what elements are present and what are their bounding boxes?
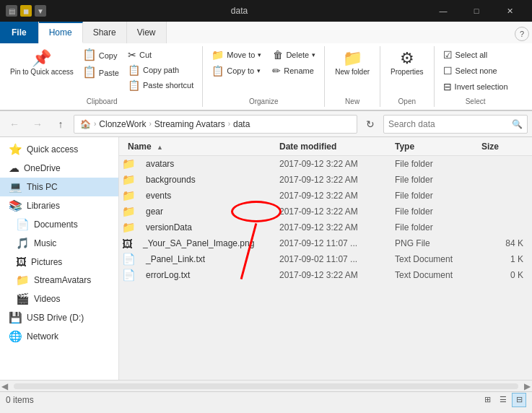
file-row[interactable]: 📄 _Panel_Link.txt 2017-09-02 11:07 ... T… xyxy=(119,251,532,267)
copy-to-icon: 📋 xyxy=(212,65,224,77)
file-type: File folder xyxy=(392,159,479,169)
paste-button[interactable]: 📋 Paste xyxy=(79,65,122,81)
breadcrumb-clonzework[interactable]: ClonzeWork xyxy=(99,119,146,129)
file-row[interactable]: 🖼 _Your_SA_Panel_Image.png 2017-09-12 11… xyxy=(119,235,532,251)
sidebar-item-pictures[interactable]: 🖼 Pictures xyxy=(0,253,118,271)
col-header-name[interactable]: Name ▲ xyxy=(122,142,276,152)
move-to-label: Move to xyxy=(227,51,255,59)
up-button[interactable]: ↑ xyxy=(51,114,71,134)
file-row[interactable]: 📁 gear 2017-09-12 3:22 AM File folder xyxy=(119,204,532,219)
maximize-button[interactable]: □ xyxy=(460,0,493,22)
sidebar-item-documents[interactable]: 📄 Documents xyxy=(0,215,118,234)
file-name: errorLog.txt xyxy=(140,270,276,280)
sidebar-item-libraries[interactable]: 📚 Libraries xyxy=(0,196,118,215)
streamavatars-label: StreamAvatars xyxy=(34,275,91,285)
properties-button[interactable]: ⚙ Properties xyxy=(385,48,429,79)
tab-share[interactable]: Share xyxy=(83,22,127,43)
new-folder-button[interactable]: 📁 New folder xyxy=(329,48,375,79)
rename-button[interactable]: ✏ Rename xyxy=(268,64,318,78)
file-type: Text Document xyxy=(392,270,479,280)
copy-to-button[interactable]: 📋 Copy to ▾ xyxy=(207,64,265,78)
breadcrumb-data[interactable]: data xyxy=(233,119,250,129)
file-name: versionData xyxy=(140,222,276,232)
paste-shortcut-button[interactable]: 📋 Paste shortcut xyxy=(123,78,198,92)
music-icon: 🎵 xyxy=(16,237,30,250)
cut-icon: ✂ xyxy=(128,49,136,61)
hscroll-left-arrow[interactable]: ◀ xyxy=(0,381,8,391)
file-type: PNG File xyxy=(392,238,479,248)
invert-selection-button[interactable]: ⊟ Invert selection xyxy=(439,79,513,94)
copy-path-button[interactable]: 📋 Copy path xyxy=(123,63,198,77)
view-list-button[interactable]: ☰ xyxy=(496,393,510,407)
tab-view[interactable]: View xyxy=(127,22,167,43)
ribbon-tabs: File Home Share View xyxy=(0,22,167,43)
select-none-icon: ☐ xyxy=(443,65,453,77)
file-row[interactable]: 📁 events 2017-09-12 3:22 AM File folder xyxy=(119,188,532,204)
copy-icon: 📋 xyxy=(82,49,97,61)
rename-icon: ✏ xyxy=(272,65,281,77)
sidebar-item-music[interactable]: 🎵 Music xyxy=(0,234,118,253)
file-list: 📁 avatars 2017-09-12 3:22 AM File folder… xyxy=(119,156,532,380)
view-buttons: ⊞ ☰ ⊟ xyxy=(480,393,526,407)
file-row[interactable]: 📁 avatars 2017-09-12 3:22 AM File folder xyxy=(119,156,532,172)
view-details-button[interactable]: ⊟ xyxy=(512,393,526,407)
file-name: avatars xyxy=(140,159,276,169)
open-group-label: Open xyxy=(380,97,434,105)
file-row[interactable]: 📄 errorLog.txt 2017-09-12 3:22 AM Text D… xyxy=(119,267,532,283)
cut-button[interactable]: ✂ Cut xyxy=(123,48,198,62)
paste-shortcut-icon: 📋 xyxy=(128,79,140,91)
address-bar: ← → ↑ 🏠 › ClonzeWork › Streaming Avatars… xyxy=(0,111,532,137)
file-name: events xyxy=(140,191,276,201)
refresh-button[interactable]: ↻ xyxy=(360,114,380,134)
col-header-size[interactable]: Size xyxy=(479,142,529,152)
search-input[interactable] xyxy=(388,119,509,129)
tab-home[interactable]: Home xyxy=(39,22,83,43)
back-button[interactable]: ← xyxy=(4,114,25,134)
copy-button[interactable]: 📋 Copy xyxy=(79,48,122,64)
forward-button[interactable]: → xyxy=(27,114,48,134)
file-row[interactable]: 📁 backgrounds 2017-09-12 3:22 AM File fo… xyxy=(119,172,532,188)
search-box[interactable]: 🔍 xyxy=(383,115,528,134)
close-button[interactable]: ✕ xyxy=(493,0,526,22)
hscroll-track[interactable] xyxy=(14,383,518,389)
sidebar-item-usb-drive[interactable]: 💾 USB Drive (D:) xyxy=(0,308,118,327)
breadcrumb-streaming-avatars[interactable]: Streaming Avatars xyxy=(154,119,225,129)
streamavatars-icon: 📁 xyxy=(16,274,30,287)
select-all-button[interactable]: ☑ Select all xyxy=(439,48,492,62)
col-header-type[interactable]: Type xyxy=(392,142,479,152)
documents-icon: 📄 xyxy=(16,218,30,231)
file-size: 1 K xyxy=(479,254,529,264)
sidebar-item-quick-access[interactable]: ⭐ Quick access xyxy=(0,140,118,159)
hscroll-bar[interactable]: ◀ ▶ xyxy=(0,380,532,391)
invert-label: Invert selection xyxy=(455,82,508,91)
sidebar-item-this-pc[interactable]: 💻 This PC xyxy=(0,178,118,196)
hscroll-right-arrow[interactable]: ▶ xyxy=(524,381,532,391)
pin-quick-access-button[interactable]: 📌 Pin to Quick access xyxy=(6,48,78,79)
help-button[interactable]: ? xyxy=(515,27,529,41)
select-none-button[interactable]: ☐ Select none xyxy=(439,64,502,78)
tab-file[interactable]: File xyxy=(0,22,39,43)
file-icon: 📄 xyxy=(122,269,136,282)
file-date: 2017-09-12 3:22 AM xyxy=(276,159,392,169)
sidebar-item-onedrive[interactable]: ☁ OneDrive xyxy=(0,159,118,178)
pin-icon: 📌 xyxy=(32,51,51,66)
sidebar-item-videos[interactable]: 🎬 Videos xyxy=(0,290,118,308)
file-row[interactable]: 📁 versionData 2017-09-12 3:22 AM File fo… xyxy=(119,219,532,235)
delete-button[interactable]: 🗑 Delete ▾ xyxy=(269,48,320,62)
select-all-icon: ☑ xyxy=(443,49,453,61)
view-large-icons-button[interactable]: ⊞ xyxy=(480,393,494,407)
rename-label: Rename xyxy=(284,66,314,75)
sidebar-item-streamavatars[interactable]: 📁 StreamAvatars xyxy=(0,271,118,290)
minimize-button[interactable]: — xyxy=(427,0,460,22)
file-date: 2017-09-12 3:22 AM xyxy=(276,191,392,201)
sidebar-item-network[interactable]: 🌐 Network xyxy=(0,327,118,346)
organize-items: 📁 Move to ▾ 🗑 Delete ▾ 📋 Copy to ▾ xyxy=(207,48,320,90)
file-type: File folder xyxy=(392,206,479,217)
open-items: ⚙ Properties xyxy=(385,48,429,90)
paste-label: Paste xyxy=(99,69,119,77)
move-to-button[interactable]: 📁 Move to ▾ xyxy=(207,48,266,62)
col-header-date[interactable]: Date modified xyxy=(276,142,392,152)
breadcrumb[interactable]: 🏠 › ClonzeWork › Streaming Avatars › dat… xyxy=(74,115,357,134)
paste-shortcut-label: Paste shortcut xyxy=(143,81,193,90)
new-folder-label: New folder xyxy=(335,68,370,76)
